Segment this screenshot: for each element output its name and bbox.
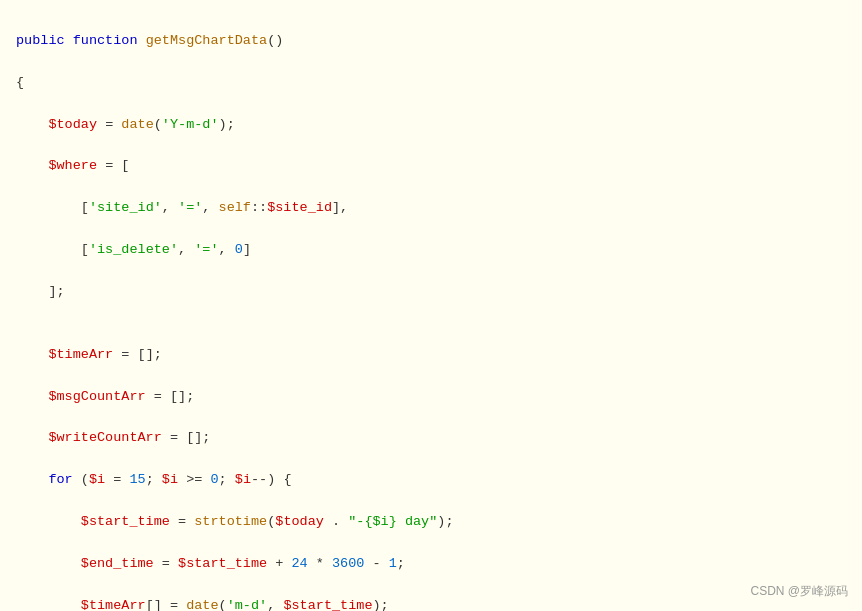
code-container: public function getMsgChartData() { $tod… (16, 10, 846, 611)
watermark: CSDN @罗峰源码 (750, 582, 848, 601)
